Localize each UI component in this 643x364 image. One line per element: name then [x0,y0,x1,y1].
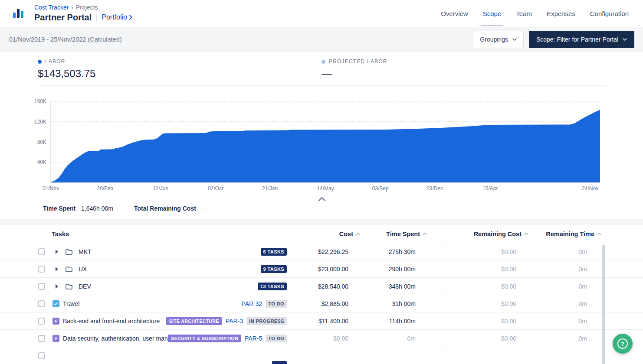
title-block: Cost Tracker › Projects Partner Portal P… [34,4,132,23]
task-count-badge: 13 TASKS [258,283,287,290]
time-spent-cell: 31h 00m [392,300,416,307]
column-header-cost[interactable]: Cost [339,231,360,237]
row-checkbox[interactable] [38,266,45,273]
task-count-badge: 6 TASKS [261,248,287,256]
column-header-time-spent[interactable]: Time Spent [386,231,427,237]
labor-legend-label: LABOR [45,58,66,65]
row-meta: SITE ARCHITECTURE PAR-3 IN PROGRESS [166,317,287,325]
table-row[interactable]: DEV 13 TASKS $28,540.00 348h 00m $0.00 0… [0,278,643,295]
svg-text:120K: 120K [34,119,46,125]
row-checkbox[interactable] [38,283,45,290]
cost-cell: $28,540.00 [318,283,348,290]
portfolio-link[interactable]: Portfolio [102,13,132,21]
table-row[interactable] [0,347,643,364]
expand-caret-icon[interactable] [56,267,58,271]
svg-text:20/Feb: 20/Feb [97,185,114,192]
row-checkbox[interactable] [38,318,45,325]
row-checkbox[interactable] [38,335,45,342]
row-checkbox[interactable] [38,352,45,359]
chevron-down-icon [623,38,627,41]
row-checkbox[interactable] [38,248,45,255]
remaining-cost-cell: $0.00 [501,248,516,255]
time-spent-cell: 290h 00m [389,266,416,273]
table-row[interactable]: UX 9 TASKS $23,000.00 290h 00m $0.00 0m [0,260,643,278]
table-row[interactable]: Travel PAR-32 TO DO $2,885.00 31h 00m $0… [0,295,643,312]
scope-filter-button-label: Scope: Filter for Partner Portal [536,36,618,43]
help-button[interactable]: ? [613,334,633,354]
folder-icon [65,266,73,273]
task-name[interactable]: DEV [79,283,91,290]
remaining-cost-cell: $0.00 [501,266,516,273]
legend-labor[interactable]: LABOR $143,503.75 [38,58,95,80]
column-header-tasks: Tasks [52,231,69,237]
status-badge: TO DO [266,335,287,342]
total-remaining-cost-label: Total Remaining Cost [134,205,196,212]
groupings-button[interactable]: Groupings [473,31,524,48]
row-meta: 6 TASKS [261,248,287,256]
nav-tab-expenses[interactable]: Expenses [547,0,575,27]
collapse-chart-chevron-icon[interactable] [315,195,328,202]
portfolio-link-label: Portfolio [102,13,127,21]
remaining-cost-cell: $0.00 [501,335,516,342]
task-name[interactable]: Travel [63,300,79,307]
issue-key-link[interactable]: PAR-5 [245,335,262,342]
cost-area-chart[interactable]: 40K80K120K160K01/Nov20/Feb12/Jun02/Oct21… [0,95,643,195]
projected-labor-legend-label: PROJECTED LABOR [329,58,387,65]
folder-icon [65,248,73,255]
remaining-time-cell: 0m [579,335,587,342]
column-header-cost-label: Cost [339,231,353,237]
svg-text:02/Oct: 02/Oct [208,185,223,192]
task-name[interactable]: Data security, authentication, user man.… [63,335,173,342]
task-name[interactable]: Back-end and front-end architecture [63,318,160,325]
expand-caret-icon[interactable] [56,284,58,289]
scope-filter-button[interactable]: Scope: Filter for Partner Portal [529,31,634,48]
task-count-badge: 9 TASKS [261,265,287,273]
breadcrumb: Cost Tracker › Projects [34,4,132,11]
top-navigation: Overview Scope Team Expenses Configurati… [441,0,629,27]
remaining-time-cell: 0m [579,266,587,273]
breadcrumb-app-link[interactable]: Cost Tracker [34,4,69,11]
cost-cell: $0.00 [333,335,348,342]
remaining-time-cell: 0m [579,283,587,290]
nav-tab-overview[interactable]: Overview [441,0,468,27]
labor-total-value: $143,503.75 [38,68,95,80]
expand-caret-icon[interactable] [56,250,58,254]
row-meta [272,361,287,364]
row-checkbox[interactable] [38,300,45,307]
svg-text:14/May: 14/May [317,185,334,192]
nav-tab-team[interactable]: Team [516,0,532,27]
table-row[interactable]: Data security, authentication, user man.… [0,330,643,347]
status-badge: TO DO [266,300,287,308]
table-rows: MKT 6 TASKS $22,296.25 275h 30m $0.00 0m… [0,243,643,364]
table-row[interactable]: Back-end and front-end architecture SITE… [0,312,643,330]
svg-text:23/Dec: 23/Dec [426,185,443,192]
top-bar: Cost Tracker › Projects Partner Portal P… [0,0,643,27]
sort-caret-icon [423,233,427,235]
issue-type-icon [52,335,59,342]
remaining-time-cell: 0m [579,318,587,325]
bolt-icon [53,318,59,324]
nav-tab-configuration[interactable]: Configuration [590,0,629,27]
remaining-time-cell: 0m [579,300,587,307]
svg-text:15/Apr: 15/Apr [482,185,498,192]
task-name[interactable]: MKT [79,248,92,255]
cost-cell: $23,000.00 [318,266,348,273]
time-spent-cell: 348h 00m [389,283,416,290]
svg-text:03/Sep: 03/Sep [372,185,389,192]
task-name[interactable]: UX [79,266,87,273]
column-header-remaining-cost[interactable]: Remaining Cost [474,231,528,237]
table-header: Tasks Cost Time Spent Remaining Cost Rem… [0,225,643,243]
cost-cell: $11,400.00 [318,318,348,325]
issue-key-link[interactable]: PAR-32 [241,300,262,307]
nav-tab-scope[interactable]: Scope [483,0,502,27]
cost-cell: $22,296.25 [318,248,348,255]
column-header-remaining-time[interactable]: Remaining Time [546,231,601,237]
legend-projected-labor[interactable]: PROJECTED LABOR — [322,58,387,80]
remaining-cost-cell: $0.00 [501,318,516,325]
table-row[interactable]: MKT 6 TASKS $22,296.25 275h 30m $0.00 0m [0,243,643,260]
projected-labor-dot-icon [322,60,325,64]
breadcrumb-section[interactable]: Projects [76,4,98,11]
svg-text:160K: 160K [34,98,46,104]
issue-key-link[interactable]: PAR-3 [226,318,243,325]
vertical-scrollbar[interactable] [602,245,605,364]
